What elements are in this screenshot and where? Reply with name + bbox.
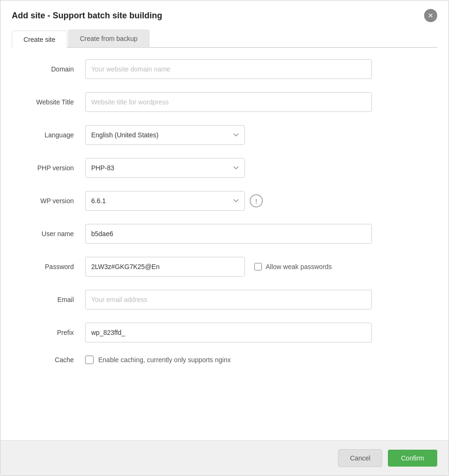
- language-row: Language English (United States) English…: [19, 125, 430, 145]
- cache-checkbox[interactable]: [85, 356, 94, 364]
- website-title-input[interactable]: [85, 92, 372, 112]
- cache-label: Cache: [19, 356, 85, 364]
- email-input[interactable]: [85, 290, 372, 309]
- website-title-label: Website Title: [19, 98, 85, 106]
- password-row: Password Allow weak passwords: [19, 257, 430, 277]
- wp-version-select[interactable]: 6.6.1 6.5.5 6.4.4 6.3.3: [85, 191, 245, 211]
- dialog-header: Add site - Support batch site building ✕: [0, 0, 449, 22]
- cache-controls: Enable caching, currently only supports …: [85, 356, 231, 364]
- username-input[interactable]: [85, 224, 372, 244]
- prefix-label: Prefix: [19, 329, 85, 336]
- php-version-row: PHP version PHP-83 PHP-82 PHP-81 PHP-80 …: [19, 158, 430, 178]
- domain-row: Domain: [19, 59, 430, 79]
- password-controls: Allow weak passwords: [85, 257, 332, 277]
- allow-weak-checkbox[interactable]: [254, 263, 262, 270]
- confirm-button[interactable]: Confirm: [388, 450, 437, 467]
- dialog-title: Add site - Support batch site building: [12, 11, 162, 21]
- email-label: Email: [19, 296, 85, 303]
- form-body: Domain Website Title Language English (U…: [0, 48, 449, 440]
- cache-row: Cache Enable caching, currently only sup…: [19, 356, 430, 364]
- username-label: User name: [19, 230, 85, 238]
- dialog-footer: Cancel Confirm: [0, 440, 449, 476]
- website-title-row: Website Title: [19, 92, 430, 112]
- cache-description: Enable caching, currently only supports …: [98, 356, 231, 364]
- password-input[interactable]: [85, 257, 245, 277]
- prefix-input[interactable]: [85, 323, 372, 342]
- domain-label: Domain: [19, 65, 85, 73]
- wp-version-warning-icon[interactable]: !: [250, 194, 263, 207]
- tab-create-site[interactable]: Create site: [12, 31, 67, 48]
- language-select[interactable]: English (United States) English (UK) Fre…: [85, 125, 245, 145]
- username-row: User name: [19, 224, 430, 244]
- php-version-label: PHP version: [19, 164, 85, 172]
- domain-input[interactable]: [85, 59, 372, 79]
- prefix-row: Prefix: [19, 323, 430, 342]
- allow-weak-wrapper: Allow weak passwords: [254, 263, 332, 270]
- tab-bar: Create site Create from backup: [12, 30, 437, 48]
- wp-version-label: WP version: [19, 197, 85, 205]
- allow-weak-label: Allow weak passwords: [266, 263, 332, 270]
- email-row: Email: [19, 290, 430, 309]
- tab-create-from-backup[interactable]: Create from backup: [68, 30, 150, 47]
- cancel-button[interactable]: Cancel: [338, 449, 382, 467]
- wp-version-row: WP version 6.6.1 6.5.5 6.4.4 6.3.3 !: [19, 191, 430, 211]
- password-label: Password: [19, 263, 85, 270]
- add-site-dialog: Add site - Support batch site building ✕…: [0, 0, 449, 476]
- php-version-select[interactable]: PHP-83 PHP-82 PHP-81 PHP-80 PHP-74: [85, 158, 245, 178]
- language-label: Language: [19, 131, 85, 139]
- wp-version-controls: 6.6.1 6.5.5 6.4.4 6.3.3 !: [85, 191, 263, 211]
- close-button[interactable]: ✕: [424, 9, 437, 22]
